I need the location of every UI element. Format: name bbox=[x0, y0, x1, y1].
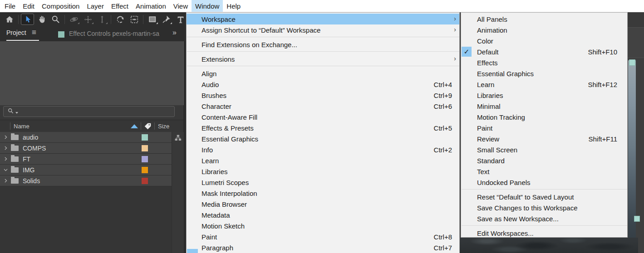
submenu-item-minimal[interactable]: Minimal bbox=[461, 101, 627, 112]
submenu-item-libraries[interactable]: Libraries bbox=[461, 90, 627, 101]
selection-tool-icon[interactable] bbox=[21, 14, 34, 25]
menubar-item-help[interactable]: Help bbox=[223, 0, 244, 12]
toolbar-separator bbox=[143, 15, 143, 24]
label-color-chip[interactable] bbox=[142, 134, 148, 141]
column-header-size[interactable]: Size bbox=[158, 123, 169, 130]
menu-item-content-aware-fill[interactable]: Content-Aware Fill bbox=[187, 112, 459, 122]
twirl-collapsed-icon[interactable] bbox=[3, 156, 9, 162]
home-icon[interactable] bbox=[3, 14, 16, 25]
folder-row-img[interactable]: IMG bbox=[0, 165, 172, 175]
menu-item-shortcut: Ctrl+2 bbox=[434, 146, 452, 154]
twirl-expanded-icon[interactable] bbox=[3, 167, 9, 173]
menubar-item-composition[interactable]: Composition bbox=[38, 0, 83, 12]
tab-effect-controls[interactable]: Effect Controls pexels-martin-sa bbox=[69, 30, 170, 37]
menu-item-audio[interactable]: AudioCtrl+4 bbox=[187, 79, 459, 90]
menu-item-label: Edit Workspaces... bbox=[477, 229, 617, 237]
submenu-item-edit-workspaces[interactable]: Edit Workspaces... bbox=[461, 228, 627, 238]
column-header-name[interactable]: Name bbox=[14, 123, 29, 130]
menu-item-extensions[interactable]: Extensions› bbox=[187, 54, 459, 64]
menubar-item-view[interactable]: View bbox=[170, 0, 192, 12]
menubar-item-animation[interactable]: Animation bbox=[132, 0, 170, 12]
menu-item-mask-interpolation[interactable]: Mask Interpolation bbox=[187, 188, 459, 199]
menu-item-libraries[interactable]: Libraries bbox=[187, 166, 459, 177]
submenu-item-review[interactable]: ReviewShift+F11 bbox=[461, 133, 627, 144]
folder-row-solids[interactable]: Solids bbox=[0, 175, 172, 186]
submenu-item-undocked-panels[interactable]: Undocked Panels bbox=[461, 177, 627, 188]
menu-item-label: Save as New Workspace... bbox=[477, 215, 617, 223]
menubar-item-layer[interactable]: Layer bbox=[83, 0, 108, 12]
submenu-item-text[interactable]: Text bbox=[461, 166, 627, 177]
menu-item-motion-sketch[interactable]: Motion Sketch bbox=[187, 220, 459, 231]
pan-behind-tool-icon[interactable] bbox=[128, 14, 141, 25]
menu-item-info[interactable]: InfoCtrl+2 bbox=[187, 144, 459, 155]
submenu-item-animation[interactable]: Animation bbox=[461, 24, 627, 35]
folder-row-comps[interactable]: COMPS bbox=[0, 143, 172, 154]
submenu-item-save-changes-to-this-workspace[interactable]: Save Changes to this Workspace bbox=[461, 202, 627, 213]
menu-item-media-browser[interactable]: Media Browser bbox=[187, 199, 459, 209]
menu-item-label: Paint bbox=[477, 124, 617, 132]
twirl-collapsed-icon[interactable] bbox=[3, 178, 9, 184]
submenu-item-save-as-new-workspace[interactable]: Save as New Workspace... bbox=[461, 213, 627, 224]
menubar-item-window[interactable]: Window bbox=[192, 0, 223, 12]
rectangle-tool-icon[interactable] bbox=[146, 14, 159, 25]
column-divider bbox=[10, 122, 10, 130]
menu-item-metadata[interactable]: Metadata bbox=[187, 209, 459, 220]
checkmark-icon: ✓ bbox=[462, 47, 472, 57]
label-column-icon[interactable] bbox=[144, 122, 152, 131]
menu-item-brushes[interactable]: BrushesCtrl+9 bbox=[187, 90, 459, 101]
menu-item-lumetri-scopes[interactable]: Lumetri Scopes bbox=[187, 177, 459, 188]
submenu-item-default[interactable]: ✓DefaultShift+F10 bbox=[461, 46, 627, 57]
folder-name: audio bbox=[23, 134, 38, 141]
type-tool-icon[interactable] bbox=[174, 14, 186, 25]
folder-row-audio[interactable]: audio bbox=[0, 132, 172, 143]
submenu-item-paint[interactable]: Paint bbox=[461, 122, 627, 133]
label-color-chip[interactable] bbox=[142, 178, 148, 184]
menubar-item-edit[interactable]: Edit bbox=[19, 0, 38, 12]
panel-menu-icon[interactable]: ≡ bbox=[32, 28, 36, 37]
folder-row-ft[interactable]: FT bbox=[0, 154, 172, 165]
submenu-item-all-panels[interactable]: All Panels bbox=[461, 14, 627, 24]
composition-image-sliver bbox=[628, 60, 636, 253]
menu-item-label: Reset “Default” to Saved Layout bbox=[477, 193, 617, 201]
layer-selection-handle[interactable] bbox=[634, 216, 640, 222]
menu-item-workspace[interactable]: Workspace› bbox=[187, 14, 459, 24]
submenu-item-motion-tracking[interactable]: Motion Tracking bbox=[461, 112, 627, 122]
pen-tool-icon[interactable] bbox=[160, 14, 173, 25]
viewer-panel-strip bbox=[628, 12, 644, 253]
layer-selection-handle[interactable] bbox=[629, 59, 635, 66]
composition-image-bottom bbox=[460, 238, 638, 253]
menu-item-label: Paint bbox=[202, 233, 426, 241]
panel-overflow-icon[interactable]: » bbox=[172, 29, 177, 37]
submenu-item-learn[interactable]: LearnShift+F12 bbox=[461, 79, 627, 90]
submenu-item-effects[interactable]: Effects bbox=[461, 57, 627, 68]
menu-item-align[interactable]: Align bbox=[187, 68, 459, 79]
submenu-item-color[interactable]: Color bbox=[461, 35, 627, 46]
rotation-tool-icon[interactable] bbox=[113, 14, 127, 25]
menubar-item-effect[interactable]: Effect bbox=[108, 0, 132, 12]
menu-item-find-extensions-on-exchange[interactable]: Find Extensions on Exchange... bbox=[187, 39, 459, 50]
label-color-chip[interactable] bbox=[142, 156, 148, 162]
menu-item-paint[interactable]: PaintCtrl+8 bbox=[187, 231, 459, 242]
zoom-tool-icon[interactable] bbox=[49, 14, 62, 25]
twirl-collapsed-icon[interactable] bbox=[3, 145, 9, 151]
tab-project[interactable]: Project bbox=[6, 29, 26, 36]
submenu-item-reset-default-to-saved-layout[interactable]: Reset “Default” to Saved Layout bbox=[461, 191, 627, 202]
menu-separator bbox=[187, 66, 459, 66]
label-color-chip[interactable] bbox=[142, 145, 148, 151]
menu-item-character[interactable]: CharacterCtrl+6 bbox=[187, 101, 459, 112]
menubar-item-file[interactable]: File bbox=[1, 0, 19, 12]
sort-ascending-icon[interactable] bbox=[131, 124, 138, 128]
menu-item-effects-presets[interactable]: Effects & PresetsCtrl+5 bbox=[187, 122, 459, 133]
submenu-item-standard[interactable]: Standard bbox=[461, 155, 627, 166]
search-input[interactable] bbox=[3, 106, 175, 117]
project-flowchart-icon[interactable] bbox=[174, 134, 182, 144]
menu-item-learn[interactable]: Learn bbox=[187, 155, 459, 166]
submenu-item-essential-graphics[interactable]: Essential Graphics bbox=[461, 68, 627, 79]
menu-item-essential-graphics[interactable]: Essential Graphics bbox=[187, 133, 459, 144]
label-color-chip[interactable] bbox=[142, 167, 148, 173]
menu-item-paragraph[interactable]: ParagraphCtrl+7 bbox=[187, 242, 459, 253]
twirl-collapsed-icon[interactable] bbox=[3, 134, 9, 141]
hand-tool-icon[interactable] bbox=[35, 14, 48, 25]
menu-item-assign-shortcut-to-default-workspace[interactable]: Assign Shortcut to “Default” Workspace› bbox=[187, 24, 459, 35]
submenu-item-small-screen[interactable]: Small Screen bbox=[461, 144, 627, 155]
